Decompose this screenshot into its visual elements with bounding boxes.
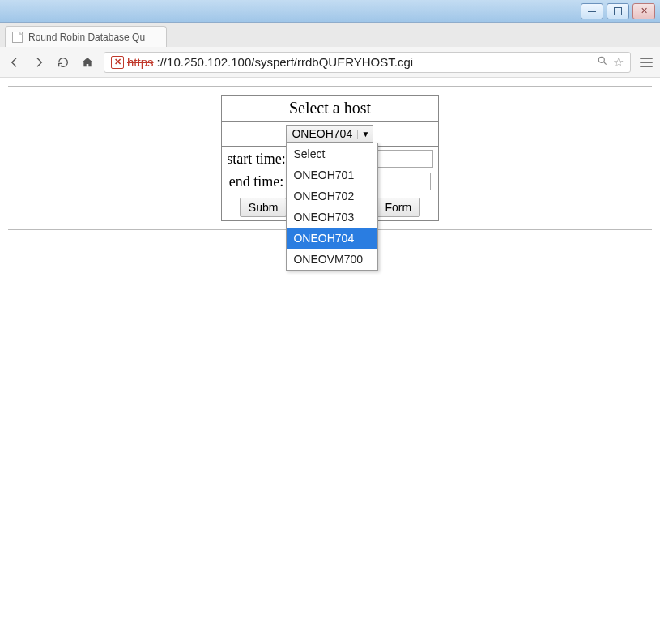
reload-button[interactable] <box>55 54 71 70</box>
host-form-table: Select a host ONEOH704 ▼ SelectONEOH701O… <box>221 95 438 221</box>
back-button[interactable] <box>6 54 23 70</box>
divider <box>8 86 652 87</box>
browser-tab[interactable]: Round Robin Database Qu <box>5 26 167 47</box>
host-select-option[interactable]: ONEOVM700 <box>287 249 377 270</box>
url-bar[interactable]: ✕ https ://10.250.102.100/sysperf/rrdbQU… <box>104 52 631 73</box>
browser-toolbar: ✕ https ://10.250.102.100/sysperf/rrdbQU… <box>0 47 660 78</box>
host-select-option[interactable]: ONEOH701 <box>287 164 377 186</box>
host-select-value: ONEOH704 <box>292 127 352 140</box>
start-time-label: start time: <box>227 151 285 168</box>
window-maximize-button[interactable] <box>607 3 629 19</box>
window-titlebar: ✕ <box>0 0 660 23</box>
bookmark-star-icon[interactable]: ☆ <box>613 55 624 70</box>
svg-point-0 <box>598 57 604 62</box>
search-icon[interactable] <box>597 55 608 69</box>
end-time-label: end time: <box>229 173 283 190</box>
reset-button[interactable]: Form <box>376 198 420 217</box>
home-button[interactable] <box>79 54 96 70</box>
browser-tabstrip: Round Robin Database Qu <box>0 23 660 47</box>
host-select-option[interactable]: ONEOH703 <box>287 207 377 228</box>
host-select[interactable]: ONEOH704 ▼ <box>286 125 373 143</box>
host-select-option[interactable]: ONEOH704 <box>287 228 377 249</box>
ssl-warning-icon: ✕ <box>111 56 124 69</box>
tab-title: Round Robin Database Qu <box>28 32 145 43</box>
submit-button[interactable]: Subm <box>240 198 287 217</box>
window-minimize-button[interactable] <box>581 3 603 19</box>
form-title: Select a host <box>222 96 438 122</box>
url-protocol: https <box>127 55 154 69</box>
page-content: Select a host ONEOH704 ▼ SelectONEOH701O… <box>0 78 660 237</box>
window-close-button[interactable]: ✕ <box>632 3 655 19</box>
host-select-dropdown[interactable]: SelectONEOH701ONEOH702ONEOH703ONEOH704ON… <box>286 143 378 271</box>
host-select-option[interactable]: Select <box>287 143 377 164</box>
chevron-down-icon: ▼ <box>357 130 370 139</box>
host-select-wrapper: ONEOH704 ▼ SelectONEOH701ONEOH702ONEOH70… <box>286 125 373 143</box>
host-select-option[interactable]: ONEOH702 <box>287 186 377 207</box>
forward-button[interactable] <box>31 54 47 70</box>
url-text: ://10.250.102.100/sysperf/rrdbQUERYHOST.… <box>157 55 414 69</box>
menu-button[interactable] <box>639 58 654 67</box>
file-icon <box>12 32 23 43</box>
